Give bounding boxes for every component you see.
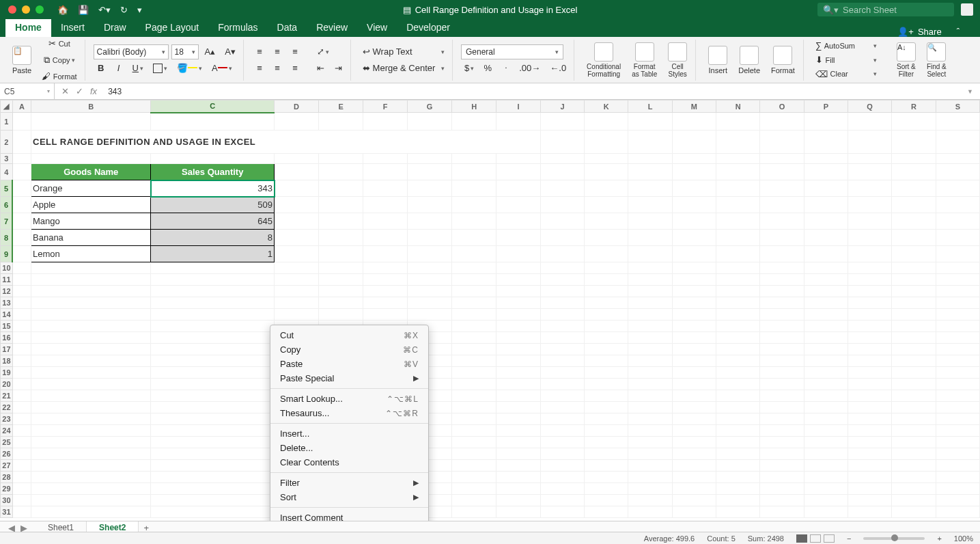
cell-N25[interactable]: [716, 437, 760, 448]
cell-A16[interactable]: [12, 332, 31, 344]
cell-S26[interactable]: [936, 448, 979, 460]
cell-B7[interactable]: Mango: [31, 213, 151, 230]
cell-N21[interactable]: [716, 390, 760, 402]
cell-C30[interactable]: [151, 495, 275, 506]
cell-K11[interactable]: [585, 274, 628, 286]
cell-M4[interactable]: [672, 164, 716, 180]
cell-F10[interactable]: [363, 262, 408, 274]
cell-B16[interactable]: [31, 332, 151, 344]
cell-G11[interactable]: [408, 274, 452, 286]
cell-C15[interactable]: [151, 321, 275, 332]
cell-Q16[interactable]: [848, 332, 891, 344]
bold-button[interactable]: B: [94, 61, 109, 76]
cell-C28[interactable]: [151, 472, 275, 483]
cell-R16[interactable]: [892, 332, 936, 344]
column-header-O[interactable]: O: [760, 100, 804, 113]
font-size-select[interactable]: 18▾: [171, 44, 199, 59]
cell-K28[interactable]: [585, 472, 628, 483]
cell-S8[interactable]: [936, 230, 979, 246]
cell-R23[interactable]: [892, 413, 936, 425]
cell-A11[interactable]: [12, 274, 31, 286]
cell-P9[interactable]: [804, 246, 848, 262]
cell-Q31[interactable]: [848, 506, 891, 518]
cell-R22[interactable]: [892, 402, 936, 413]
row-header-16[interactable]: 16: [1, 332, 13, 344]
cell-R2[interactable]: [892, 131, 936, 154]
currency-button[interactable]: $▾: [461, 61, 477, 76]
cell-H16[interactable]: [452, 332, 496, 344]
cell-B22[interactable]: [31, 402, 151, 413]
cell-O13[interactable]: [760, 297, 804, 309]
cell-O6[interactable]: [760, 197, 804, 213]
cell-M24[interactable]: [672, 425, 716, 437]
cell-A1[interactable]: [12, 113, 31, 131]
cell-I21[interactable]: [496, 390, 541, 402]
cell-O15[interactable]: [760, 321, 804, 332]
cell-E7[interactable]: [319, 213, 363, 230]
cell-Q13[interactable]: [848, 297, 891, 309]
align-middle-button[interactable]: ≡: [270, 44, 285, 59]
cell-D11[interactable]: [275, 274, 319, 286]
cell-C5[interactable]: 343: [151, 180, 275, 197]
tab-home[interactable]: Home: [5, 18, 51, 37]
cell-R29[interactable]: [892, 483, 936, 495]
cell-B27[interactable]: [31, 460, 151, 472]
cell-J12[interactable]: [540, 286, 584, 297]
cell-S19[interactable]: [936, 367, 979, 379]
context-smart-lookup[interactable]: Smart Lookup...⌃⌥⌘L: [270, 392, 428, 406]
cell-J25[interactable]: [540, 437, 584, 448]
cell-P20[interactable]: [804, 379, 848, 390]
cell-R12[interactable]: [892, 286, 936, 297]
cell-I6[interactable]: [496, 197, 541, 213]
cell-A25[interactable]: [12, 437, 31, 448]
cell-P6[interactable]: [804, 197, 848, 213]
cell-M5[interactable]: [672, 180, 716, 197]
cell-I4[interactable]: [496, 164, 541, 180]
cell-K25[interactable]: [585, 437, 628, 448]
cell-B4[interactable]: Goods Name: [31, 164, 151, 180]
cell-J19[interactable]: [540, 367, 584, 379]
collapse-ribbon-icon[interactable]: ˆ: [957, 27, 960, 37]
cell-H25[interactable]: [452, 437, 496, 448]
cell-E1[interactable]: [319, 113, 363, 131]
cell-P18[interactable]: [804, 355, 848, 367]
cell-A20[interactable]: [12, 379, 31, 390]
cell-P16[interactable]: [804, 332, 848, 344]
cell-R8[interactable]: [892, 230, 936, 246]
cell-I22[interactable]: [496, 402, 541, 413]
row-header-14[interactable]: 14: [1, 309, 13, 321]
cell-A17[interactable]: [12, 344, 31, 355]
cell-P25[interactable]: [804, 437, 848, 448]
cell-G5[interactable]: [408, 180, 452, 197]
row-header-29[interactable]: 29: [1, 483, 13, 495]
column-header-E[interactable]: E: [319, 100, 363, 113]
cell-M27[interactable]: [672, 460, 716, 472]
cell-J22[interactable]: [540, 402, 584, 413]
align-center-button[interactable]: ≡: [270, 61, 285, 76]
cell-Q12[interactable]: [848, 286, 891, 297]
cell-A19[interactable]: [12, 367, 31, 379]
cell-A30[interactable]: [12, 495, 31, 506]
cell-S20[interactable]: [936, 379, 979, 390]
cell-J11[interactable]: [540, 274, 584, 286]
cell-S3[interactable]: [936, 154, 979, 164]
cell-M28[interactable]: [672, 472, 716, 483]
cell-J9[interactable]: [540, 246, 584, 262]
border-button[interactable]: ▾: [150, 61, 171, 76]
cell-K20[interactable]: [585, 379, 628, 390]
cell-Q26[interactable]: [848, 448, 891, 460]
find-select-button[interactable]: 🔍Find & Select: [923, 41, 951, 79]
cell-P28[interactable]: [804, 472, 848, 483]
cell-R7[interactable]: [892, 213, 936, 230]
cell-S21[interactable]: [936, 390, 979, 402]
row-header-4[interactable]: 4: [1, 164, 13, 180]
column-header-F[interactable]: F: [363, 100, 408, 113]
cell-N28[interactable]: [716, 472, 760, 483]
zoom-out-button[interactable]: −: [847, 534, 851, 543]
orientation-button[interactable]: ⤢▾: [313, 44, 333, 59]
cell-Q30[interactable]: [848, 495, 891, 506]
cell-K1[interactable]: [585, 113, 628, 131]
context-paste-special[interactable]: Paste Special▶: [270, 371, 428, 385]
cell-K30[interactable]: [585, 495, 628, 506]
cell-S5[interactable]: [936, 180, 979, 197]
